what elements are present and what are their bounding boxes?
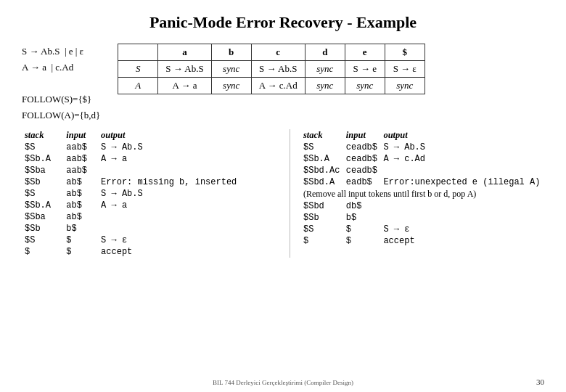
table-row: $ $ accept bbox=[22, 246, 282, 258]
stack-cell: $Sb bbox=[22, 223, 63, 234]
table-row: $Sb.A ceadb$ A → c.Ad bbox=[300, 153, 544, 165]
stack-cell: $S bbox=[22, 188, 63, 200]
col-header-e: e bbox=[345, 44, 385, 61]
table-row: $ $ accept bbox=[300, 235, 544, 247]
output-cell: A → a bbox=[98, 153, 282, 165]
stack-cell: $Sb.A bbox=[22, 200, 63, 211]
footer-text: BIL 744 Derleyici Gerçekleştirimi (Compi… bbox=[213, 379, 353, 386]
stack-cell: $S bbox=[300, 224, 343, 235]
stack-cell: $S bbox=[300, 142, 343, 153]
input-cell: ab$ bbox=[63, 200, 98, 211]
table-row: $S aab$ S → Ab.S bbox=[22, 142, 282, 153]
output-cell: A → c.Ad bbox=[380, 153, 544, 165]
footer: BIL 744 Derleyici Gerçekleştirimi (Compi… bbox=[0, 379, 566, 386]
table-row: $Sb ab$ Error: missing b, inserted bbox=[22, 176, 282, 188]
col-header-dollar: $ bbox=[385, 44, 424, 61]
input-cell: $ bbox=[343, 224, 381, 235]
cell-a-a: A → a bbox=[158, 78, 211, 94]
parse-table-wrap: a b c d e $ S S → Ab.S sync S → Ab.S syn bbox=[118, 44, 544, 123]
output-cell: S → Ab.S bbox=[98, 188, 282, 200]
table-row: $Sb.A aab$ A → a bbox=[22, 153, 282, 165]
output-cell bbox=[380, 165, 544, 176]
input-cell: $ bbox=[343, 235, 381, 247]
table-row: $Sb.A ab$ A → a bbox=[22, 200, 282, 211]
cell-s-a: S → Ab.S bbox=[158, 61, 211, 78]
stack-cell: $S bbox=[22, 142, 63, 153]
page: Panic-Mode Error Recovery - Example S → … bbox=[0, 0, 566, 392]
table-row: S S → Ab.S sync S → Ab.S sync S → e S → … bbox=[118, 61, 424, 78]
output-cell: S → Ab.S bbox=[98, 142, 282, 153]
top-section: S → Ab.S | e | ε A → a | c.Ad FOLLOW(S)=… bbox=[22, 44, 544, 123]
input-cell: ab$ bbox=[63, 211, 98, 223]
input-cell: ceadb$ bbox=[343, 165, 381, 176]
left-col-input: input bbox=[63, 129, 98, 142]
output-cell bbox=[380, 212, 544, 224]
input-cell: db$ bbox=[343, 200, 381, 212]
table-row: $S $ S → ε bbox=[300, 224, 544, 235]
output-cell: accept bbox=[98, 246, 282, 258]
output-cell bbox=[98, 223, 282, 234]
trace-columns: stack input output $S aab$ S → Ab.S $Sb.… bbox=[22, 129, 544, 258]
stack-cell: $Sb.A bbox=[300, 153, 343, 165]
stack-cell: $ bbox=[300, 235, 343, 247]
col-header-a: a bbox=[158, 44, 211, 61]
table-row: A A → a sync A → c.Ad sync sync sync bbox=[118, 78, 424, 94]
col-header-empty bbox=[118, 44, 158, 61]
remove-note error-msg: (Remove all input tokens until first b o… bbox=[300, 188, 544, 200]
output-cell bbox=[98, 165, 282, 176]
left-col-output: output bbox=[98, 129, 282, 142]
stack-cell: $Sba bbox=[22, 165, 63, 176]
table-row: $S ceadb$ S → Ab.S bbox=[300, 142, 544, 153]
right-col-input: input bbox=[343, 129, 381, 142]
output-cell: A → a bbox=[98, 200, 282, 211]
right-trace: stack input output $S ceadb$ S → Ab.S $S… bbox=[290, 129, 544, 258]
cell-a-c: A → c.Ad bbox=[251, 78, 305, 94]
col-header-b: b bbox=[211, 44, 251, 61]
output-cell: S → ε bbox=[380, 224, 544, 235]
stack-cell: $Sb.A bbox=[22, 153, 63, 165]
table-row: $Sbd db$ bbox=[300, 200, 544, 212]
output-cell error-msg: Error: missing b, inserted bbox=[98, 176, 282, 188]
page-number: 30 bbox=[536, 377, 544, 386]
table-row: (Remove all input tokens until first b o… bbox=[300, 188, 544, 200]
stack-cell: $Sbd.Ac bbox=[300, 165, 343, 176]
stack-cell: $S bbox=[22, 234, 63, 246]
output-cell bbox=[98, 211, 282, 223]
table-row: $Sbd.Ac ceadb$ bbox=[300, 165, 544, 176]
output-cell bbox=[380, 200, 544, 212]
right-col-stack: stack bbox=[300, 129, 343, 142]
stack-cell: $Sb bbox=[22, 176, 63, 188]
grammar-block: S → Ab.S | e | ε A → a | c.Ad FOLLOW(S)=… bbox=[22, 44, 100, 123]
output-cell: accept bbox=[380, 235, 544, 247]
input-cell: $ bbox=[63, 246, 98, 258]
left-col-stack: stack bbox=[22, 129, 63, 142]
input-cell: $ bbox=[63, 234, 98, 246]
grammar-line1: S → Ab.S | e | ε bbox=[22, 44, 100, 60]
stack-cell: $Sb bbox=[300, 212, 343, 224]
table-row: $S $ S → ε bbox=[22, 234, 282, 246]
table-row: $Sba aab$ bbox=[22, 165, 282, 176]
input-cell: ceadb$ bbox=[343, 142, 381, 153]
table-row: $Sba ab$ bbox=[22, 211, 282, 223]
cell-s-d: sync bbox=[305, 61, 345, 78]
stack-cell: $Sbd bbox=[300, 200, 343, 212]
parse-table: a b c d e $ S S → Ab.S sync S → Ab.S syn bbox=[118, 44, 424, 94]
cell-a-b: sync bbox=[211, 78, 251, 94]
input-cell: ab$ bbox=[63, 188, 98, 200]
input-cell: b$ bbox=[343, 212, 381, 224]
cell-a-e: sync bbox=[345, 78, 385, 94]
grammar-line2: A → a | c.Ad bbox=[22, 60, 100, 75]
output-cell error-msg: Error:unexpected e (illegal A) bbox=[380, 176, 544, 188]
table-row: $S ab$ S → Ab.S bbox=[22, 188, 282, 200]
right-trace-table: stack input output $S ceadb$ S → Ab.S $S… bbox=[300, 129, 544, 247]
input-cell: aab$ bbox=[63, 153, 98, 165]
table-row: $Sb b$ bbox=[22, 223, 282, 234]
row-a-label: A bbox=[118, 78, 158, 94]
cell-s-b: sync bbox=[211, 61, 251, 78]
input-cell: ab$ bbox=[63, 176, 98, 188]
table-row: $Sb b$ bbox=[300, 212, 544, 224]
cell-a-dollar: sync bbox=[385, 78, 424, 94]
stack-cell: $Sba bbox=[22, 211, 63, 223]
col-header-c: c bbox=[251, 44, 305, 61]
input-cell: aab$ bbox=[63, 165, 98, 176]
